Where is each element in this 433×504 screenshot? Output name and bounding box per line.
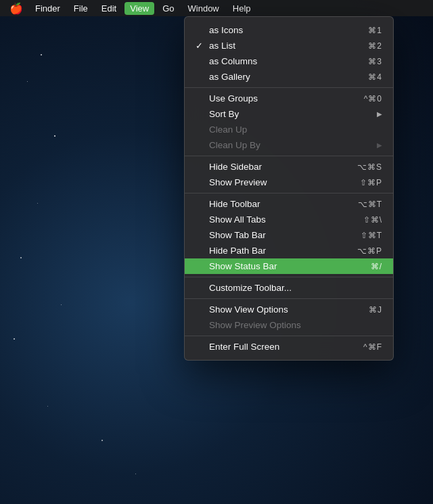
as-list-checkmark: ✓ [196,41,205,51]
show-view-options-label: Show View Options [209,304,288,315]
sort-by-item[interactable]: Sort By ▶ [185,106,393,122]
use-groups-shortcut: ^⌘0 [364,94,382,104]
hide-sidebar-label: Hide Sidebar [209,162,262,172]
customize-section: Customize Toolbar... [185,277,393,299]
show-view-options-item[interactable]: Show View Options ⌘J [185,302,393,317]
as-list-item[interactable]: ✓ as List ⌘2 [185,38,393,53]
clean-up-item: Clean Up [185,122,393,137]
window-menu[interactable]: Window [183,2,225,15]
sort-by-arrow: ▶ [377,110,382,118]
as-icons-label: as Icons [209,25,243,35]
clean-up-by-label: Clean Up By [209,140,260,150]
help-menu[interactable]: Help [227,2,256,15]
customize-toolbar-item[interactable]: Customize Toolbar... [185,280,393,296]
go-menu[interactable]: Go [157,2,179,15]
toolbar-section: Hide Toolbar ⌥⌘T Show All Tabs ⇧⌘\ Show … [185,193,393,277]
as-gallery-shortcut: ⌘4 [368,72,382,82]
groups-section: Use Groups ^⌘0 Sort By ▶ Clean Up Clean … [185,88,393,156]
full-screen-section: Enter Full Screen ^⌘F [185,336,393,357]
sidebar-section: Hide Sidebar ⌥⌘S Show Preview ⇧⌘P [185,156,393,193]
as-icons-item[interactable]: as Icons ⌘1 [185,22,393,38]
show-preview-shortcut: ⇧⌘P [360,178,382,187]
show-tab-bar-shortcut: ⇧⌘T [361,231,382,240]
enter-full-screen-item[interactable]: Enter Full Screen ^⌘F [185,339,393,354]
hide-path-bar-item[interactable]: Hide Path Bar ⌥⌘P [185,243,393,258]
as-gallery-item[interactable]: as Gallery ⌘4 [185,69,393,85]
hide-path-bar-label: Hide Path Bar [209,246,266,256]
show-tab-bar-label: Show Tab Bar [209,230,266,240]
customize-toolbar-label: Customize Toolbar... [209,283,292,293]
clean-up-label: Clean Up [209,124,247,135]
view-dropdown-menu: as Icons ⌘1 ✓ as List ⌘2 as Columns ⌘3 a… [184,16,394,361]
show-all-tabs-label: Show All Tabs [209,214,266,225]
show-status-bar-label: Show Status Bar [209,261,277,271]
hide-toolbar-label: Hide Toolbar [209,199,260,209]
edit-menu[interactable]: Edit [96,2,122,15]
show-all-tabs-shortcut: ⇧⌘\ [363,215,382,225]
clean-up-by-item: Clean Up By ▶ [185,137,393,153]
hide-sidebar-shortcut: ⌥⌘S [357,162,382,172]
finder-menu[interactable]: Finder [30,2,66,15]
view-menu[interactable]: View [124,2,154,15]
use-groups-item[interactable]: Use Groups ^⌘0 [185,91,393,106]
hide-toolbar-shortcut: ⌥⌘T [358,200,382,209]
as-gallery-label: as Gallery [209,72,250,82]
clean-up-by-arrow: ▶ [377,141,382,149]
as-list-label: as List [209,41,235,51]
as-columns-shortcut: ⌘3 [368,57,382,66]
show-status-bar-shortcut: ⌘/ [371,262,382,271]
show-status-bar-item[interactable]: Show Status Bar ⌘/ [185,258,393,274]
show-preview-label: Show Preview [209,177,267,187]
enter-full-screen-label: Enter Full Screen [209,342,279,352]
as-columns-label: as Columns [209,56,257,66]
sort-by-label: Sort By [209,109,239,119]
show-preview-item[interactable]: Show Preview ⇧⌘P [185,175,393,190]
view-modes-section: as Icons ⌘1 ✓ as List ⌘2 as Columns ⌘3 a… [185,20,393,88]
as-list-shortcut: ⌘2 [368,41,382,51]
hide-path-bar-shortcut: ⌥⌘P [357,246,382,256]
hide-sidebar-item[interactable]: Hide Sidebar ⌥⌘S [185,159,393,175]
show-tab-bar-item[interactable]: Show Tab Bar ⇧⌘T [185,227,393,243]
file-menu[interactable]: File [68,2,93,15]
enter-full-screen-shortcut: ^⌘F [363,342,382,352]
as-columns-item[interactable]: as Columns ⌘3 [185,53,393,69]
show-view-options-shortcut: ⌘J [369,305,382,315]
view-options-section: Show View Options ⌘J Show Preview Option… [185,299,393,336]
as-icons-shortcut: ⌘1 [368,26,382,35]
use-groups-label: Use Groups [209,93,258,104]
show-preview-options-label: Show Preview Options [209,320,301,330]
apple-menu[interactable]: 🍎 [5,1,27,16]
show-all-tabs-item[interactable]: Show All Tabs ⇧⌘\ [185,212,393,227]
hide-toolbar-item[interactable]: Hide Toolbar ⌥⌘T [185,196,393,212]
menu-bar: 🍎 Finder File Edit View Go Window Help [0,0,433,16]
show-preview-options-item: Show Preview Options [185,317,393,333]
